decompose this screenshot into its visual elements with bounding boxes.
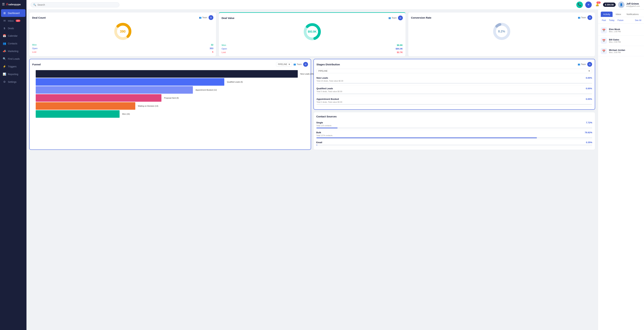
deal-count-header-right: 👥 Team ⊟: [199, 15, 213, 20]
filter-today[interactable]: Today: [608, 19, 616, 22]
tab-notifications[interactable]: Notifications: [624, 11, 641, 17]
lost-label: Lost: [32, 51, 36, 53]
funnel-label: Appointment Booked (12): [196, 89, 217, 91]
search-icon: 🔍: [33, 3, 36, 6]
activity-item[interactable]: 📅 Bill Gates Mon, 2:00 PM: [598, 35, 644, 46]
team-icon: 👥: [294, 63, 296, 65]
activity-item[interactable]: 📅 Michael Jordan Mon, 3:00 PM: [598, 46, 644, 56]
user-info[interactable]: 👤 Jeff Grimm info@gets3.com: [618, 1, 640, 8]
lost-value: $2.7K: [397, 51, 403, 53]
panel-filter: Past Today Future See All: [598, 17, 644, 24]
sidebar-item-marketing[interactable]: 📣 Marketing: [0, 47, 26, 55]
sidebar-item-settings[interactable]: ⚙ Settings: [0, 78, 26, 86]
stage-name: Qualified Leads: [316, 87, 333, 90]
won-label: Won: [32, 43, 37, 46]
search-bar[interactable]: 🔍: [30, 2, 120, 7]
stage-name: New Leads: [316, 77, 328, 79]
stage-item: Qualified Leads 0.00% Total 3 deals, Tot…: [316, 85, 592, 96]
team-icon: 👥: [578, 16, 580, 19]
funnel-filter[interactable]: ⊟: [303, 62, 308, 67]
contact-sources-card: Contact Sources Single 7.72% Total 123 c…: [314, 112, 595, 150]
deal-count-filter[interactable]: ⊟: [208, 15, 213, 20]
sidebar-item-reporting[interactable]: 📊 Reporting: [0, 70, 26, 78]
stat-row-open: Open 353: [32, 47, 213, 50]
deal-value-card: Deal Value 👥 Team ⊟: [219, 12, 406, 56]
stage-sub: Total 2 deals, Total value $0.00: [316, 101, 592, 103]
source-name: Single: [316, 121, 323, 124]
sidebar-item-label: Dashboard: [8, 12, 20, 14]
activity-item[interactable]: 📅 Elon Musk Mon, 1:00 PM: [598, 25, 644, 35]
stages-header-right: 👥 Team ⊟: [578, 62, 592, 67]
notifications-button[interactable]: 🔔 10+: [594, 1, 600, 8]
deals-icon: $: [3, 27, 6, 30]
activity-info: Michael Jordan Mon, 3:00 PM: [609, 49, 641, 53]
deal-count-stats: Won 32 Open 353 Lost 5: [32, 43, 213, 53]
funnel-title: Funnel: [32, 63, 41, 66]
tab-activity[interactable]: Activity: [601, 11, 612, 17]
sidebar-item-label: Contacts: [8, 42, 17, 45]
contacts-icon: 👥: [3, 42, 6, 45]
activity-icon: 📅: [601, 37, 607, 44]
stage-item-header: New Leads 0.00%: [316, 77, 592, 79]
lost-label: Lost: [222, 51, 226, 53]
stages-card: Stages Distribution 👥 Team ⊟ PIPELINE: [314, 59, 595, 110]
sidebar-item-dashboard[interactable]: ⊞ Dashboard: [1, 9, 26, 17]
sidebar-item-inbox[interactable]: ✉ Inbox 10+: [0, 17, 26, 24]
hamburger-icon[interactable]: ☰: [2, 2, 5, 6]
sidebar-nav: ⊞ Dashboard ✉ Inbox 10+ $ Deals 📅 Calend…: [0, 8, 26, 330]
tab-inbox[interactable]: Inbox: [613, 11, 624, 17]
stages-team: 👥 Team: [578, 63, 586, 65]
deal-count-team: 👥 Team: [199, 16, 207, 19]
sidebar-item-findleads[interactable]: 🔍 Find Leads: [0, 55, 26, 63]
sidebar-item-contacts[interactable]: 👥 Contacts: [0, 39, 26, 47]
source-sub: Total 123 contacts: [316, 125, 592, 127]
funnel-header: Funnel PIPELINE ▼ 👥 Team ⊟: [32, 62, 308, 67]
filter-past[interactable]: Past: [601, 19, 607, 22]
search-input[interactable]: [38, 3, 117, 6]
funnel-layer: Proposal Sent (9): [36, 94, 298, 102]
conversion-header: Conversion Rate 👥 Team ⊟: [411, 15, 592, 20]
stages-filter[interactable]: ⊟: [587, 62, 592, 67]
activity-icon: 📅: [601, 48, 607, 54]
donut-value: 390: [120, 29, 126, 33]
donut-value-val: $93.9K: [308, 30, 317, 33]
deal-value-filter[interactable]: ⊟: [398, 15, 403, 20]
sidebar-item-triggers[interactable]: ⚡ Triggers: [0, 63, 26, 70]
funnel-label: Waiting on Decision (13): [138, 105, 158, 107]
sidebar-item-deals[interactable]: $ Deals: [0, 24, 26, 32]
open-label: Open: [222, 47, 227, 50]
stage-sub: Total 3 deals, Total value $0.00: [316, 90, 592, 92]
filter-future[interactable]: Future: [616, 19, 624, 22]
source-pct: 7.72%: [586, 121, 592, 124]
inbox-badge: 10+: [16, 20, 20, 22]
deal-value-title: Deal Value: [222, 16, 234, 19]
deal-value-stats: Won $6.9K Open $84.4K Lost $2.7K: [222, 44, 403, 53]
phone-button[interactable]: 📞: [576, 1, 583, 8]
see-all-link[interactable]: See All: [635, 19, 641, 21]
user-email: info@gets3.com: [626, 5, 640, 7]
stage-bar: [316, 83, 592, 84]
stat-row-lost: Lost 5: [32, 51, 213, 53]
filter-buttons: Past Today Future: [601, 19, 624, 22]
funnel-bar: [36, 86, 193, 94]
deal-count-title: Deal Count: [32, 16, 46, 19]
funnel-bar: [36, 70, 298, 78]
triggers-icon: ⚡: [3, 65, 6, 68]
marketing-icon: 📣: [3, 49, 6, 53]
deal-value-team: 👥 Team: [388, 17, 397, 19]
stages-pipeline-dropdown[interactable]: PIPELINE ▼: [316, 69, 592, 73]
source-bar-fill: [316, 145, 318, 145]
source-bar: [316, 145, 592, 145]
activity-list: 📅 Elon Musk Mon, 1:00 PM 📅 Bill Gates Mo…: [598, 24, 644, 330]
conversion-filter[interactable]: ⊟: [588, 15, 592, 20]
activity-time: Mon, 2:00 PM: [609, 41, 641, 43]
activity-info: Bill Gates Mon, 2:00 PM: [609, 38, 641, 43]
activity-name: Bill Gates: [609, 38, 641, 41]
sidebar-item-calendar[interactable]: 📅 Calendar: [0, 32, 26, 39]
header: 🔍 📞 + 🔔 10+ $ 304.58 👤 Jeff Grimm info@g…: [26, 0, 644, 9]
add-button[interactable]: +: [585, 1, 592, 8]
open-value: $84.4K: [396, 47, 403, 50]
donut-wrap-conv: 8.2%: [492, 22, 511, 41]
pipeline-select[interactable]: PIPELINE ▼: [276, 62, 292, 66]
user-details: Jeff Grimm info@gets3.com: [626, 2, 640, 7]
